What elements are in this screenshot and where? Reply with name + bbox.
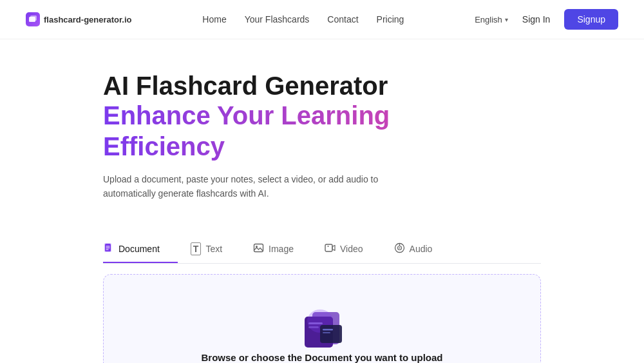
svg-point-10	[327, 246, 328, 247]
upload-title: Browse or choose the Document you want t…	[201, 352, 442, 363]
hero-subtitle: Upload a document, paste your notes, sel…	[103, 172, 386, 201]
hero-title-line1: AI Flashcard Generator	[103, 72, 541, 100]
tab-audio[interactable]: Audio	[394, 236, 451, 263]
image-icon	[253, 242, 264, 255]
nav-links: Home Your Flashcards Contact Pricing	[202, 14, 404, 25]
tab-image-label: Image	[269, 244, 294, 254]
logo[interactable]: flashcard-generator.io	[26, 12, 132, 26]
svg-rect-20	[320, 325, 342, 343]
tab-audio-label: Audio	[410, 244, 433, 254]
upload-section: Browse or choose the Document you want t…	[0, 264, 644, 363]
tab-image[interactable]: Image	[253, 236, 312, 263]
document-icon	[103, 242, 114, 255]
hero-title-line2: Enhance Your Learning Efficiency	[103, 100, 541, 162]
tab-video-label: Video	[340, 244, 363, 254]
hero-section: AI Flashcard Generator Enhance Your Lear…	[0, 39, 644, 221]
nav-flashcards[interactable]: Your Flashcards	[245, 14, 310, 25]
signup-button[interactable]: Signup	[564, 9, 618, 30]
svg-rect-9	[325, 244, 332, 251]
tab-video[interactable]: Video	[325, 236, 381, 263]
nav-contact[interactable]: Contact	[327, 14, 358, 25]
tab-document-label: Document	[118, 244, 160, 254]
tab-text-label: Text	[205, 244, 222, 254]
signin-button[interactable]: Sign In	[516, 10, 557, 28]
svg-point-13	[399, 247, 400, 248]
svg-rect-7	[254, 244, 263, 251]
svg-rect-22	[323, 332, 330, 333]
svg-rect-21	[323, 329, 333, 331]
tabs-container: Document T Text Image	[0, 236, 644, 264]
nav-right: English ▾ Sign In Signup	[475, 9, 618, 30]
tab-document[interactable]: Document	[103, 236, 178, 263]
upload-dropzone[interactable]: Browse or choose the Document you want t…	[103, 274, 541, 363]
tabs: Document T Text Image	[103, 236, 541, 264]
audio-icon	[394, 242, 405, 255]
navbar: flashcard-generator.io Home Your Flashca…	[0, 0, 644, 39]
text-icon: T	[191, 242, 202, 255]
language-label: English	[475, 15, 502, 25]
language-selector[interactable]: English ▾	[475, 15, 508, 25]
logo-icon	[26, 12, 40, 26]
nav-pricing[interactable]: Pricing	[377, 14, 404, 25]
svg-rect-1	[30, 15, 37, 21]
chevron-down-icon: ▾	[505, 16, 508, 23]
upload-illustration	[293, 307, 351, 352]
nav-home[interactable]: Home	[202, 14, 226, 25]
video-icon	[325, 242, 336, 255]
logo-text: flashcard-generator.io	[44, 15, 132, 25]
tab-text[interactable]: T Text	[191, 236, 240, 263]
